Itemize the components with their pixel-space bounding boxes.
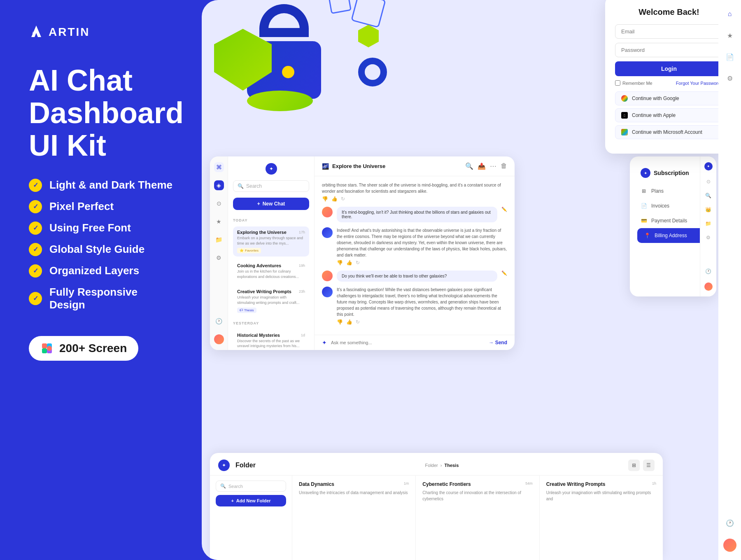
delete-icon[interactable]: 🗑 xyxy=(501,162,507,170)
subscription-panel: ✦ Subscription ⊞ Plans 📄 Invoices 💳 Paym… xyxy=(630,156,716,296)
thumbdown-icon-3[interactable]: 👎 xyxy=(337,319,343,325)
message-bubble-2: Indeed! And what's truly astonishing is … xyxy=(337,227,507,266)
sub-nav-icon-1[interactable]: ✦ xyxy=(704,162,713,170)
folder-header: ✦ Folder Folder › Thesis ⊞ ☰ xyxy=(210,453,663,476)
sub-sidebar-icons: ✦ ⊙ 🔍 👑 📁 ⚙ 🕐 xyxy=(700,156,716,296)
chat-search-icon[interactable]: ⊙ xyxy=(214,198,224,208)
microsoft-login-button[interactable]: Continue with Microsoft Account xyxy=(615,125,723,139)
logo-icon xyxy=(29,25,44,40)
refresh-icon-2[interactable]: ↻ xyxy=(356,260,360,266)
microsoft-icon xyxy=(621,129,628,135)
cube-decoration-2 xyxy=(328,0,352,14)
chat-list-item[interactable]: Cooking Adventures 19h Join us in the ki… xyxy=(233,260,309,282)
sub-history-icon[interactable]: 🕐 xyxy=(705,268,711,274)
ai-avatar-msg xyxy=(322,227,333,238)
search-header-icon[interactable]: 🔍 xyxy=(465,162,473,170)
sub-nav-icon-2[interactable]: ⊙ xyxy=(706,179,711,184)
add-folder-button[interactable]: + Add New Folder xyxy=(216,495,286,506)
chat-avatar[interactable] xyxy=(214,334,224,344)
google-icon xyxy=(621,95,628,102)
folder-list-icon[interactable]: ☰ xyxy=(643,460,655,471)
refresh-icon[interactable]: ↻ xyxy=(341,196,345,202)
logo-text: ARTIN xyxy=(49,26,90,39)
feature-label-6: Fully Responsive Design xyxy=(49,286,173,311)
email-input[interactable] xyxy=(615,24,723,39)
chat-history-icon[interactable]: 🕐 xyxy=(214,316,224,326)
sub-nav-icon-5[interactable]: 📁 xyxy=(705,221,711,226)
thumbup-icon-3[interactable]: 👍 xyxy=(346,319,352,325)
folder-sidebar: 🔍 Search + Add New Folder xyxy=(210,476,292,560)
folder-logo: ✦ xyxy=(218,460,230,471)
login-title: Welcome Back! xyxy=(615,7,723,17)
billing-icon: 📍 xyxy=(644,232,650,239)
sub-menu-billing[interactable]: 📍 Billing Address xyxy=(637,228,709,243)
chat-main: 🌌 Explore the Universe 🔍 📤 ⋯ 🗑 orbiting … xyxy=(315,156,515,350)
sub-nav-icon-4[interactable]: 👑 xyxy=(705,207,711,212)
chat-search-box[interactable]: 🔍 Search xyxy=(233,180,309,192)
chat-input[interactable] xyxy=(331,340,485,345)
thumbdown-icon-2[interactable]: 👎 xyxy=(337,260,343,266)
feature-label-4: Global Style Guide xyxy=(49,243,144,256)
chat-star-icon[interactable]: ★ xyxy=(214,217,224,226)
edit-icon-2[interactable]: ✏️ xyxy=(501,271,507,276)
padlock-keyhole xyxy=(282,66,294,78)
history-icon[interactable]: 🕐 xyxy=(724,517,736,529)
sub-logo: ✦ xyxy=(641,168,650,178)
sub-user-avatar[interactable] xyxy=(704,282,713,291)
thumbdown-icon[interactable]: 👎 xyxy=(322,196,328,202)
features-list: Light & and Dark Theme Pixel Perfect Usi… xyxy=(29,179,173,311)
message-actions: 👎 👍 ↻ xyxy=(322,196,507,202)
chat-header-title: 🌌 Explore the Universe xyxy=(322,163,385,170)
user-avatar-msg-2 xyxy=(322,271,333,281)
chat-settings-icon[interactable]: ⚙ xyxy=(214,253,224,263)
chat-list-item[interactable]: Creative Writing Prompts 23h Unleash you… xyxy=(233,286,309,316)
forgot-link[interactable]: Forgot Your Password? xyxy=(676,81,723,86)
folder-card-1: Data Dynamics 1m Unraveling the intricac… xyxy=(292,476,416,560)
ai-message-2: Indeed! And what's truly astonishing is … xyxy=(322,227,507,266)
explore-icon: 🌌 xyxy=(322,163,329,170)
feature-item: Light & and Dark Theme xyxy=(29,179,173,192)
refresh-icon-3[interactable]: ↻ xyxy=(356,319,360,325)
home-icon[interactable]: ⌂ xyxy=(724,8,736,20)
feature-item: Organized Layers xyxy=(29,264,173,278)
login-card: Welcome Back! Login Remember Me Forgot Y… xyxy=(605,0,733,154)
star-icon[interactable]: ★ xyxy=(724,30,736,41)
folder-title: Folder xyxy=(235,462,256,469)
chat-sidebar-icons: ⌘ ◈ ⊙ ★ 📁 ⚙ 🕐 xyxy=(210,156,228,350)
thumbup-icon-2[interactable]: 👍 xyxy=(346,260,352,266)
remember-checkbox[interactable] xyxy=(615,80,620,86)
login-button[interactable]: Login xyxy=(615,61,723,76)
folder-search-icon: 🔍 xyxy=(220,483,226,489)
user-avatar[interactable] xyxy=(723,539,736,552)
feature-item: Pixel Perfect xyxy=(29,200,173,213)
send-button[interactable]: → Send xyxy=(489,340,507,345)
new-chat-button[interactable]: + New Chat xyxy=(233,198,309,210)
chat-list-item[interactable]: Historical Mysteries 1d Discover the sec… xyxy=(233,329,309,350)
figma-icon xyxy=(40,342,54,355)
donut-decoration xyxy=(358,58,387,86)
settings-icon[interactable]: ⚙ xyxy=(724,72,736,84)
svg-point-6 xyxy=(47,346,52,351)
sub-nav-icon-6[interactable]: ⚙ xyxy=(706,235,711,240)
edit-icon[interactable]: ✏️ xyxy=(501,207,507,212)
chat-nav-icon[interactable]: ◈ xyxy=(214,180,224,190)
sub-nav-icon-3[interactable]: 🔍 xyxy=(705,193,711,198)
chat-header: 🌌 Explore the Universe 🔍 📤 ⋯ 🗑 xyxy=(315,156,515,176)
folder-search[interactable]: 🔍 Search xyxy=(216,481,286,492)
thumbup-icon[interactable]: 👍 xyxy=(331,196,338,202)
chat-folder-icon[interactable]: 📁 xyxy=(214,235,224,245)
more-icon[interactable]: ⋯ xyxy=(490,162,496,170)
file-icon[interactable]: 📄 xyxy=(724,51,736,63)
chat-header-icons: 🔍 📤 ⋯ 🗑 xyxy=(465,162,507,170)
export-icon[interactable]: 📤 xyxy=(478,162,486,170)
apple-login-button[interactable]:  Continue with Apple xyxy=(615,108,723,122)
google-login-button[interactable]: Continue with Google xyxy=(615,91,723,105)
password-input[interactable] xyxy=(615,43,723,57)
user-message: It's mind-boggling, isn't it? Just think… xyxy=(322,207,507,222)
chat-list-sidebar: ✦ 🔍 Search + New Chat TODAY Exploring th… xyxy=(228,156,315,350)
chat-home-icon[interactable]: ⌘ xyxy=(214,162,224,172)
folder-body: 🔍 Search + Add New Folder Data Dynamics … xyxy=(210,476,663,560)
chat-list-item[interactable]: Exploring the Universe 17h Embark on a j… xyxy=(233,226,309,257)
folder-grid-icon[interactable]: ⊞ xyxy=(628,460,640,471)
invoices-icon: 📄 xyxy=(641,203,647,209)
